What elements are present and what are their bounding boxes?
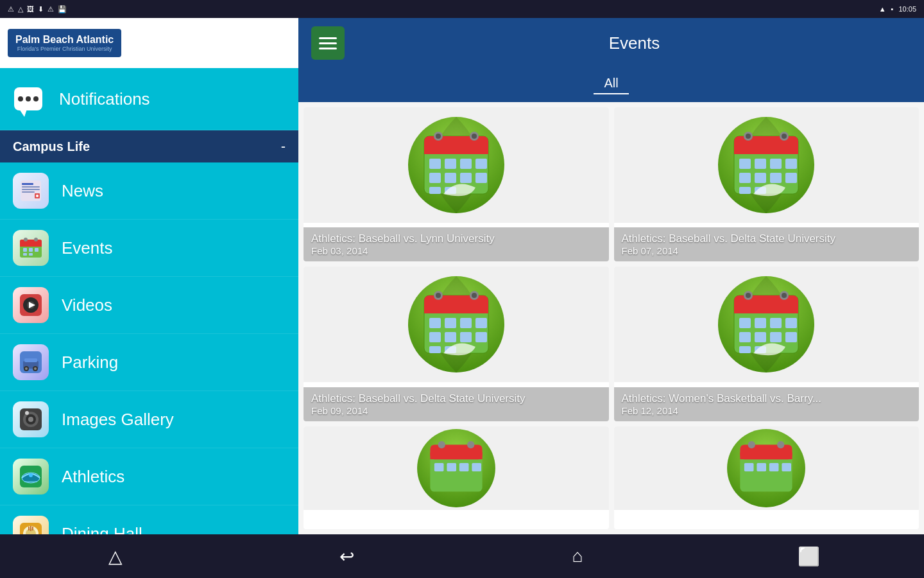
svg-rect-104: [739, 318, 751, 328]
svg-point-25: [25, 367, 28, 370]
svg-rect-63: [734, 146, 798, 154]
hamburger-button[interactable]: [311, 26, 345, 60]
event-card-image-3: [304, 267, 609, 382]
event-title-3: Athletics: Baseball vs. Delta State Univ…: [311, 392, 601, 405]
svg-rect-127: [740, 452, 792, 459]
sidebar: Palm Beach Atlantic Florida's Premier Ch…: [0, 18, 298, 534]
images-gallery-label: Images Gallery: [62, 410, 174, 430]
event-card-4[interactable]: Athletics: Women's Basketball vs. Barry.…: [614, 267, 920, 421]
svg-point-101: [746, 293, 751, 298]
event-card-image-6: [614, 426, 920, 510]
athletics-icon: [13, 459, 49, 495]
svg-point-6: [36, 195, 38, 197]
campus-life-title: Campus Life: [13, 139, 90, 154]
status-icons-left: ⚠ △ 🖼 ⬇ ⚠ 💾: [8, 5, 67, 13]
notifications-item[interactable]: Notifications: [0, 68, 298, 130]
wifi-icon: ▲: [879, 5, 886, 13]
sidebar-item-videos[interactable]: Videos: [0, 277, 298, 334]
filter-all-button[interactable]: All: [594, 73, 628, 94]
svg-rect-112: [739, 346, 751, 353]
svg-rect-14: [35, 248, 38, 252]
event-date-2: Feb 07, 2014: [622, 245, 912, 256]
event-date-1: Feb 03, 2014: [311, 245, 601, 256]
svg-rect-2: [22, 186, 40, 188]
up-icon: △: [108, 546, 123, 567]
home-icon: ⌂: [572, 546, 583, 566]
svg-rect-130: [744, 463, 754, 471]
nav-home-button[interactable]: ⌂: [552, 541, 603, 572]
event-card-2[interactable]: Athletics: Baseball vs. Delta State Univ…: [614, 107, 920, 261]
svg-point-103: [782, 293, 787, 298]
svg-point-67: [782, 134, 787, 139]
svg-point-83: [436, 293, 441, 298]
event-card-info-2: Athletics: Baseball vs. Delta State Univ…: [614, 227, 920, 261]
nav-back-button[interactable]: ↩: [321, 541, 372, 572]
event-date-3: Feb 09, 2014: [311, 405, 601, 416]
event-card-image-2: [614, 107, 920, 223]
svg-rect-120: [434, 463, 444, 471]
parking-label: Parking: [62, 353, 118, 372]
svg-rect-117: [430, 452, 482, 459]
events-grid: Athletics: Baseball vs. Lynn University …: [298, 102, 924, 534]
nav-recent-button[interactable]: ⬜: [783, 541, 834, 572]
event-card-5[interactable]: [304, 426, 609, 529]
logo-container: Palm Beach Atlantic Florida's Premier Ch…: [8, 29, 121, 57]
event-title-2: Athletics: Baseball vs. Delta State Univ…: [622, 232, 912, 245]
gallery-icon: [13, 401, 49, 437]
svg-rect-56: [460, 173, 472, 183]
svg-rect-51: [445, 159, 456, 169]
sidebar-item-news[interactable]: News: [0, 162, 298, 220]
event-card-image-5: [304, 426, 609, 510]
svg-rect-90: [429, 332, 441, 342]
svg-rect-1: [22, 183, 33, 185]
campus-life-header: Campus Life -: [0, 130, 298, 162]
sidebar-item-parking[interactable]: Parking: [0, 334, 298, 391]
event-card-6[interactable]: [614, 426, 920, 529]
event-card-3[interactable]: Athletics: Baseball vs. Delta State Univ…: [304, 267, 609, 421]
svg-rect-133: [782, 463, 792, 471]
event-title-4: Athletics: Women's Basketball vs. Barry.…: [622, 392, 912, 405]
hamburger-line-2: [319, 42, 337, 44]
filter-bar: All: [298, 68, 924, 102]
campus-life-toggle[interactable]: -: [281, 138, 286, 155]
logo-sub-text: Florida's Premier Christian University: [17, 46, 112, 52]
svg-rect-106: [770, 318, 782, 328]
icon-wifi-off: △: [18, 5, 23, 13]
svg-rect-71: [785, 159, 797, 169]
svg-rect-55: [445, 173, 456, 183]
svg-point-49: [472, 134, 477, 139]
nav-up-button[interactable]: △: [90, 541, 141, 572]
hamburger-line-3: [319, 48, 337, 49]
svg-rect-93: [475, 332, 487, 342]
bottom-nav: △ ↩ ⌂ ⬜: [0, 534, 924, 578]
svg-rect-123: [472, 463, 481, 471]
sidebar-item-events[interactable]: Events: [0, 220, 298, 277]
sidebar-item-dining-hall[interactable]: Dining Hall: [0, 505, 298, 534]
sidebar-item-images-gallery[interactable]: Images Gallery: [0, 391, 298, 448]
athletics-label: Athletics: [62, 467, 124, 487]
event-card-info-1: Athletics: Baseball vs. Lynn University …: [304, 227, 609, 261]
svg-rect-68: [739, 159, 751, 169]
speech-bubble-icon: [14, 87, 42, 110]
svg-point-47: [436, 134, 441, 139]
svg-rect-9: [20, 243, 42, 247]
svg-rect-131: [757, 463, 767, 471]
svg-rect-52: [460, 159, 472, 169]
news-icon: [13, 173, 49, 209]
back-icon: ↩: [339, 546, 354, 567]
svg-rect-108: [739, 332, 751, 342]
status-bar: ⚠ △ 🖼 ⬇ ⚠ 💾 ▲ ▪ 10:05: [0, 0, 924, 18]
svg-rect-110: [770, 332, 782, 342]
svg-rect-87: [445, 318, 456, 328]
svg-rect-15: [23, 253, 27, 256]
svg-point-35: [29, 473, 33, 477]
event-card-image-1: [304, 107, 609, 223]
sidebar-item-athletics[interactable]: Athletics: [0, 448, 298, 505]
svg-rect-91: [445, 332, 456, 342]
icon-download: ⬇: [38, 5, 44, 13]
svg-rect-75: [785, 173, 797, 183]
logo-main-text: Palm Beach Atlantic: [15, 34, 114, 46]
event-card-1[interactable]: Athletics: Baseball vs. Lynn University …: [304, 107, 609, 261]
hamburger-line-1: [319, 37, 337, 39]
svg-rect-121: [447, 463, 456, 471]
